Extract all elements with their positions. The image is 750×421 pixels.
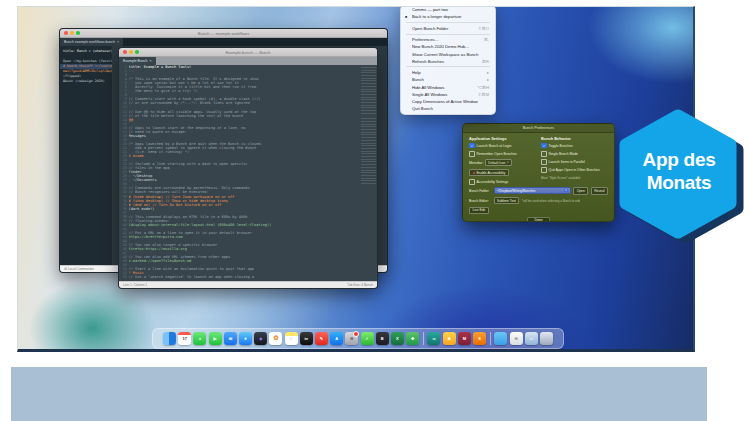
leaf-app-icon[interactable]: ✤ <box>406 332 419 345</box>
accessibility-settings-label: Accessibility Settings <box>477 180 509 184</box>
app-store-icon[interactable]: A <box>330 332 343 345</box>
app-setting-checkbox[interactable]: ✓ <box>469 143 475 149</box>
sidebar-file-item[interactable]: About (redesign 2020) <box>60 79 112 84</box>
bunch-menu-dropdown[interactable]: Comms — part two■Back to a longer depart… <box>400 6 496 115</box>
reveal-folder-button[interactable]: Reveal <box>591 187 608 194</box>
app-setting-checkbox[interactable] <box>469 151 475 157</box>
menu-item-label: Single All Windows <box>412 92 475 97</box>
bunch-preferences-window[interactable]: Bunch Preferences Application Settings ✓… <box>462 123 615 222</box>
application-settings-checks: ✓Launch Bunch at LoginRemember Open Bunc… <box>469 143 533 157</box>
messages-icon[interactable]: ● <box>193 332 206 345</box>
behavior-row-0: ✓Toggle Bunches <box>541 143 608 149</box>
mail-icon[interactable]: ✉ <box>224 332 237 345</box>
sublime-text-icon[interactable]: S <box>473 332 486 345</box>
behavior-checkbox[interactable] <box>541 159 547 165</box>
behavior-checkbox[interactable]: ✓ <box>541 143 547 149</box>
menu-item-7[interactable]: Show Current Workspace as Bunch <box>401 51 495 58</box>
settings-icon[interactable]: ⚙ <box>345 332 358 345</box>
editor-window-front[interactable]: Example.bunch — Bunch Example Bunch × 12… <box>118 47 378 289</box>
obsidian-icon[interactable]: ◆ <box>254 332 267 345</box>
menu-item-8[interactable]: Refresh Bunches⌘R <box>401 58 495 65</box>
app-setting-row-1: Remember Open Bunches <box>469 151 533 157</box>
messages-icon-glyph: ● <box>199 337 201 341</box>
live-edit-button[interactable]: Live Edit <box>469 207 489 214</box>
open-folder-button[interactable]: Open <box>573 187 588 194</box>
sidebar-file-item[interactable]: title: Bunch = (whatever) <box>60 49 112 54</box>
bunch-editor-note: *will be used when selecting a Bunch to … <box>522 199 580 203</box>
notes-icon[interactable]: ≡ <box>285 332 298 345</box>
facetime-icon-glyph: ▶ <box>214 337 217 341</box>
menubar-select[interactable]: Default Icon ▾ <box>485 159 511 166</box>
editor-code-lines[interactable]: title: Example = Bunch Tools!--- /* This… <box>129 65 378 281</box>
facetime-icon[interactable]: ▶ <box>209 332 222 345</box>
front-window-title: Example.bunch — Bunch <box>119 50 377 55</box>
tab-close-icon[interactable]: × <box>150 59 152 63</box>
app-store-icon-glyph: A <box>335 337 338 341</box>
badge-line-2: Monats <box>618 171 740 194</box>
menu-item-14[interactable]: Copy Dimensions of Active Window <box>401 98 495 105</box>
mindnode-icon[interactable]: M <box>458 332 471 345</box>
line-number: 53 <box>119 275 127 279</box>
tv-icon-glyph: tv <box>304 337 308 341</box>
downloads-folder-icon[interactable] <box>494 332 507 345</box>
documents-stack-icon[interactable]: ≣ <box>510 332 523 345</box>
back-status-left: ⌘ Local Commander <box>64 267 94 271</box>
marked-w-icon[interactable]: w <box>427 332 440 345</box>
menu-item-10[interactable]: Help▸ <box>401 69 495 76</box>
bunch-editor-button[interactable]: Sublime Text <box>494 197 520 204</box>
front-window-titlebar[interactable]: Example.bunch — Bunch <box>119 48 377 57</box>
accessibility-settings-checkbox[interactable] <box>469 179 475 185</box>
menu-item-1[interactable]: ■Back to a longer departure <box>401 13 495 20</box>
documents-stack-icon-glyph: ≣ <box>514 337 517 341</box>
menu-item-label: Quit Bunch <box>412 106 489 111</box>
photos-icon[interactable]: ✿ <box>269 332 282 345</box>
done-button[interactable]: Done <box>527 217 549 223</box>
bbedit-icon-glyph: B <box>381 337 384 341</box>
menu-item-shortcut: ⇧⌘O <box>478 26 489 31</box>
menu-item-15[interactable]: Quit Bunch <box>401 105 495 112</box>
behavior-checkbox[interactable] <box>541 167 547 173</box>
excel-icon[interactable]: X <box>391 332 404 345</box>
screenshot-preview-icon[interactable]: ▭ <box>525 332 538 345</box>
safari-icon-glyph: ✶ <box>244 337 247 341</box>
menu-item-label: Back to a longer departure <box>412 14 489 19</box>
editor-status-left: Line 1, Column 1 <box>123 283 147 287</box>
menu-item-12[interactable]: Hide All Windows⌥⌘H <box>401 83 495 90</box>
behavior-checkbox[interactable] <box>541 151 547 157</box>
chevron-down-icon: ▾ <box>507 161 508 164</box>
tab-close-icon[interactable]: × <box>117 40 119 44</box>
editor-code-area[interactable]: 1234567891011121314151617181920212223242… <box>119 65 377 281</box>
things-icon[interactable]: ✓ <box>361 332 374 345</box>
behavior-row-2: Launch Items in Parallel <box>541 159 608 165</box>
finder-icon[interactable] <box>163 332 176 345</box>
photos-icon-glyph: ✿ <box>273 335 278 342</box>
badge-line-1: App des <box>618 148 740 171</box>
calendar-icon[interactable]: 17 <box>178 332 191 345</box>
butterfly-app-icon[interactable]: ✱ <box>443 332 456 345</box>
tv-icon[interactable]: tv <box>300 332 313 345</box>
red-app-icon[interactable]: ✎ <box>315 332 328 345</box>
bbedit-icon[interactable]: B <box>376 332 389 345</box>
safari-icon[interactable]: ✶ <box>239 332 252 345</box>
menu-item-3[interactable]: Open Bunch Folder⇧⌘O <box>401 25 495 32</box>
code-line: // Use a "search negative" to launch an … <box>129 275 378 279</box>
app-setting-label: Remember Open Bunches <box>477 152 517 156</box>
excel-icon-glyph: X <box>396 337 399 341</box>
editor-status-right: Tab Size: 4 Bunch <box>347 283 373 287</box>
dock[interactable]: 17●▶✉✶◆✿≡tv✎A⚙✓BX✤w✱MS≣▭ <box>152 328 564 349</box>
trash-icon[interactable] <box>540 332 553 345</box>
menu-item-shortcut: ⌥⌘H <box>477 85 489 90</box>
menu-item-label: Copy Dimensions of Active Window <box>412 99 489 104</box>
notes-icon-glyph: ≡ <box>290 337 292 341</box>
menu-item-13[interactable]: Single All Windows⇧⌘M <box>401 91 495 98</box>
menu-item-6[interactable]: New Bunch 2020 Demo Hub… <box>401 43 495 50</box>
badge-text: App des Monats <box>618 148 740 194</box>
enable-accessibility-button[interactable]: Enable Accessibility <box>469 169 509 176</box>
menu-item-5[interactable]: Preferences…⌘, <box>401 36 495 43</box>
menu-item-11[interactable]: Bunch▸ <box>401 76 495 83</box>
bunch-folder-select[interactable]: ~/Dropbox/Writing/Bunches ▾ <box>494 187 571 194</box>
back-window-sidebar[interactable]: title: Bunch = (whatever) Open ~/my-bunc… <box>60 46 112 265</box>
editor-minimap[interactable] <box>361 67 376 185</box>
calendar-icon-glyph: 17 <box>183 337 187 341</box>
back-window-titlebar[interactable]: Bunch — example workflows <box>60 29 387 38</box>
